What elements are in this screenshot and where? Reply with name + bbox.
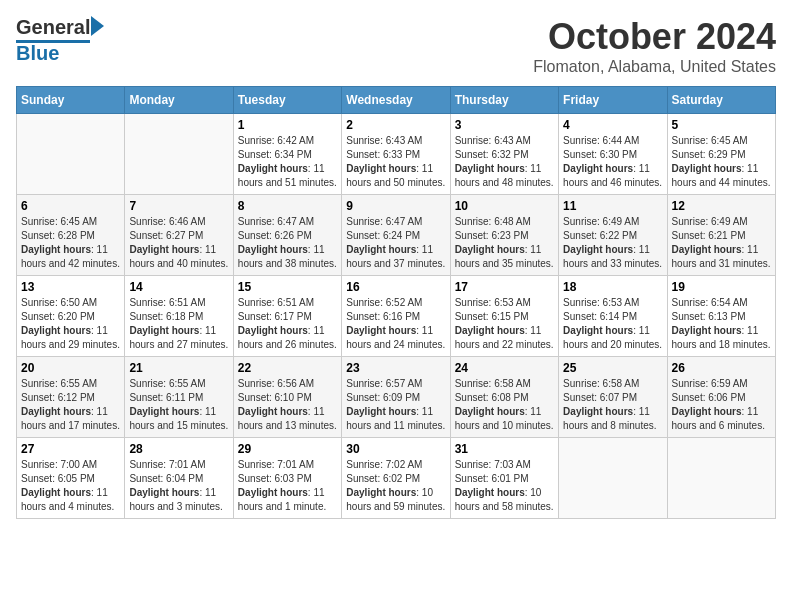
day-info: Sunrise: 6:52 AMSunset: 6:16 PMDaylight … [346,296,445,352]
day-number: 9 [346,199,445,213]
calendar-table: SundayMondayTuesdayWednesdayThursdayFrid… [16,86,776,519]
day-number: 17 [455,280,554,294]
day-info: Sunrise: 6:54 AMSunset: 6:13 PMDaylight … [672,296,771,352]
calendar-cell: 10Sunrise: 6:48 AMSunset: 6:23 PMDayligh… [450,195,558,276]
day-info: Sunrise: 6:42 AMSunset: 6:34 PMDaylight … [238,134,337,190]
day-info: Sunrise: 6:57 AMSunset: 6:09 PMDaylight … [346,377,445,433]
calendar-cell: 29Sunrise: 7:01 AMSunset: 6:03 PMDayligh… [233,438,341,519]
calendar-cell [125,114,233,195]
day-info: Sunrise: 6:55 AMSunset: 6:11 PMDaylight … [129,377,228,433]
calendar-cell: 15Sunrise: 6:51 AMSunset: 6:17 PMDayligh… [233,276,341,357]
day-number: 18 [563,280,662,294]
day-info: Sunrise: 6:51 AMSunset: 6:18 PMDaylight … [129,296,228,352]
day-number: 3 [455,118,554,132]
calendar-cell: 12Sunrise: 6:49 AMSunset: 6:21 PMDayligh… [667,195,775,276]
calendar-cell: 19Sunrise: 6:54 AMSunset: 6:13 PMDayligh… [667,276,775,357]
day-number: 12 [672,199,771,213]
calendar-cell [17,114,125,195]
calendar-cell: 22Sunrise: 6:56 AMSunset: 6:10 PMDayligh… [233,357,341,438]
calendar-cell: 25Sunrise: 6:58 AMSunset: 6:07 PMDayligh… [559,357,667,438]
day-info: Sunrise: 6:47 AMSunset: 6:26 PMDaylight … [238,215,337,271]
calendar-cell: 18Sunrise: 6:53 AMSunset: 6:14 PMDayligh… [559,276,667,357]
title-area: October 2024 Flomaton, Alabama, United S… [533,16,776,76]
day-number: 14 [129,280,228,294]
day-number: 30 [346,442,445,456]
day-number: 21 [129,361,228,375]
calendar-cell: 7Sunrise: 6:46 AMSunset: 6:27 PMDaylight… [125,195,233,276]
calendar-cell: 8Sunrise: 6:47 AMSunset: 6:26 PMDaylight… [233,195,341,276]
day-info: Sunrise: 6:58 AMSunset: 6:07 PMDaylight … [563,377,662,433]
day-number: 26 [672,361,771,375]
day-number: 31 [455,442,554,456]
day-number: 5 [672,118,771,132]
day-number: 15 [238,280,337,294]
day-info: Sunrise: 6:45 AMSunset: 6:29 PMDaylight … [672,134,771,190]
logo: General Blue [16,16,90,63]
day-info: Sunrise: 6:56 AMSunset: 6:10 PMDaylight … [238,377,337,433]
calendar-cell: 2Sunrise: 6:43 AMSunset: 6:33 PMDaylight… [342,114,450,195]
day-info: Sunrise: 6:49 AMSunset: 6:22 PMDaylight … [563,215,662,271]
calendar-cell: 30Sunrise: 7:02 AMSunset: 6:02 PMDayligh… [342,438,450,519]
day-info: Sunrise: 6:47 AMSunset: 6:24 PMDaylight … [346,215,445,271]
day-number: 27 [21,442,120,456]
calendar-cell: 5Sunrise: 6:45 AMSunset: 6:29 PMDaylight… [667,114,775,195]
day-number: 13 [21,280,120,294]
calendar-week-row: 20Sunrise: 6:55 AMSunset: 6:12 PMDayligh… [17,357,776,438]
calendar-cell: 27Sunrise: 7:00 AMSunset: 6:05 PMDayligh… [17,438,125,519]
page-subtitle: Flomaton, Alabama, United States [533,58,776,76]
day-info: Sunrise: 7:01 AMSunset: 6:04 PMDaylight … [129,458,228,514]
day-info: Sunrise: 6:45 AMSunset: 6:28 PMDaylight … [21,215,120,271]
day-info: Sunrise: 7:02 AMSunset: 6:02 PMDaylight … [346,458,445,514]
day-number: 19 [672,280,771,294]
calendar-cell: 16Sunrise: 6:52 AMSunset: 6:16 PMDayligh… [342,276,450,357]
page-title: October 2024 [533,16,776,58]
day-number: 28 [129,442,228,456]
day-number: 10 [455,199,554,213]
day-number: 23 [346,361,445,375]
calendar-day-header: Sunday [17,87,125,114]
day-number: 16 [346,280,445,294]
day-number: 6 [21,199,120,213]
day-info: Sunrise: 7:00 AMSunset: 6:05 PMDaylight … [21,458,120,514]
day-info: Sunrise: 6:51 AMSunset: 6:17 PMDaylight … [238,296,337,352]
logo-area: General Blue [16,16,90,63]
day-number: 25 [563,361,662,375]
day-number: 4 [563,118,662,132]
calendar-cell [667,438,775,519]
calendar-cell: 11Sunrise: 6:49 AMSunset: 6:22 PMDayligh… [559,195,667,276]
calendar-cell: 31Sunrise: 7:03 AMSunset: 6:01 PMDayligh… [450,438,558,519]
calendar-cell: 24Sunrise: 6:58 AMSunset: 6:08 PMDayligh… [450,357,558,438]
calendar-week-row: 1Sunrise: 6:42 AMSunset: 6:34 PMDaylight… [17,114,776,195]
day-info: Sunrise: 7:03 AMSunset: 6:01 PMDaylight … [455,458,554,514]
calendar-cell: 20Sunrise: 6:55 AMSunset: 6:12 PMDayligh… [17,357,125,438]
logo-general: General [16,16,90,38]
calendar-cell: 14Sunrise: 6:51 AMSunset: 6:18 PMDayligh… [125,276,233,357]
calendar-cell: 23Sunrise: 6:57 AMSunset: 6:09 PMDayligh… [342,357,450,438]
calendar-day-header: Monday [125,87,233,114]
day-info: Sunrise: 6:46 AMSunset: 6:27 PMDaylight … [129,215,228,271]
calendar-cell [559,438,667,519]
day-number: 20 [21,361,120,375]
day-info: Sunrise: 6:55 AMSunset: 6:12 PMDaylight … [21,377,120,433]
day-number: 8 [238,199,337,213]
day-number: 22 [238,361,337,375]
day-number: 7 [129,199,228,213]
calendar-day-header: Wednesday [342,87,450,114]
day-info: Sunrise: 6:49 AMSunset: 6:21 PMDaylight … [672,215,771,271]
day-info: Sunrise: 6:53 AMSunset: 6:14 PMDaylight … [563,296,662,352]
day-info: Sunrise: 7:01 AMSunset: 6:03 PMDaylight … [238,458,337,514]
day-number: 1 [238,118,337,132]
calendar-cell: 28Sunrise: 7:01 AMSunset: 6:04 PMDayligh… [125,438,233,519]
day-info: Sunrise: 6:43 AMSunset: 6:32 PMDaylight … [455,134,554,190]
calendar-cell: 26Sunrise: 6:59 AMSunset: 6:06 PMDayligh… [667,357,775,438]
day-number: 24 [455,361,554,375]
day-info: Sunrise: 6:59 AMSunset: 6:06 PMDaylight … [672,377,771,433]
calendar-day-header: Thursday [450,87,558,114]
calendar-cell: 17Sunrise: 6:53 AMSunset: 6:15 PMDayligh… [450,276,558,357]
calendar-cell: 1Sunrise: 6:42 AMSunset: 6:34 PMDaylight… [233,114,341,195]
calendar-week-row: 13Sunrise: 6:50 AMSunset: 6:20 PMDayligh… [17,276,776,357]
calendar-day-header: Friday [559,87,667,114]
day-number: 2 [346,118,445,132]
calendar-cell: 13Sunrise: 6:50 AMSunset: 6:20 PMDayligh… [17,276,125,357]
day-info: Sunrise: 6:43 AMSunset: 6:33 PMDaylight … [346,134,445,190]
